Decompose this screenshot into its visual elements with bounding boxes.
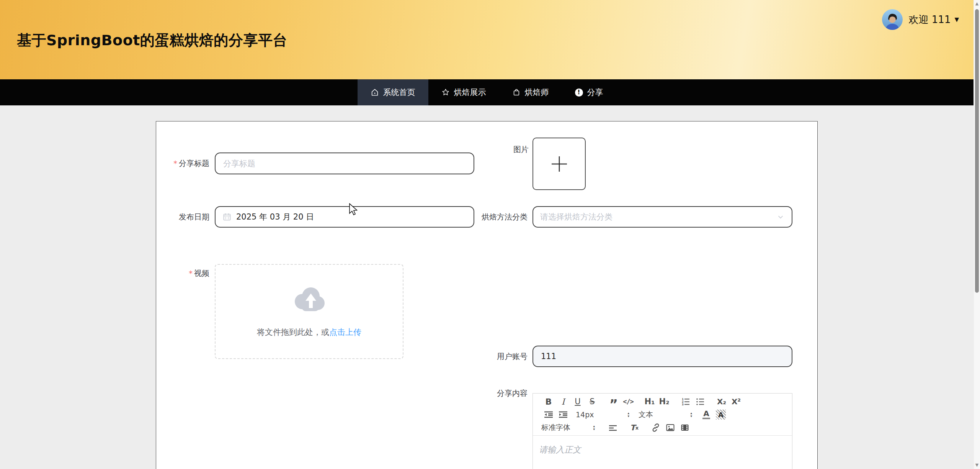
- insert-video-button[interactable]: [678, 422, 692, 433]
- quote-button[interactable]: ”: [606, 396, 621, 407]
- indent-icon: [558, 410, 568, 419]
- share-form-card: *分享标题 图片 发布日期 2025 年 03 月 20 日 烘焙方法分类: [156, 121, 818, 469]
- unordered-list-icon: [696, 397, 705, 406]
- click-upload-link[interactable]: 点击上传: [329, 328, 361, 337]
- nav-item-label: 烘焙展示: [454, 87, 486, 98]
- image-icon: [666, 423, 675, 432]
- header: 基于SpringBoot的蛋糕烘焙的分享平台 欢迎 111 ▼: [0, 0, 973, 79]
- bag-icon: [512, 88, 521, 97]
- italic-button[interactable]: I: [556, 396, 570, 407]
- caret-down-icon[interactable]: ▼: [954, 16, 959, 23]
- image-upload-button[interactable]: [532, 138, 586, 190]
- required-mark: *: [189, 269, 193, 278]
- highlight-button[interactable]: A: [714, 409, 728, 420]
- ordered-list-icon: 1 2 3: [681, 397, 690, 406]
- clear-format-button[interactable]: Tx: [627, 422, 642, 433]
- vertical-scrollbar[interactable]: ▲ ▼: [973, 0, 980, 469]
- nav-item-share[interactable]: ! 分享: [562, 79, 616, 105]
- user-account-input[interactable]: [532, 346, 792, 367]
- bake-method-select[interactable]: 请选择烘焙方法分类: [532, 206, 792, 228]
- link-icon: [651, 423, 660, 432]
- nav-item-label: 烘焙师: [525, 87, 549, 98]
- highlight-icon: A: [716, 410, 726, 420]
- share-title-label: *分享标题: [156, 153, 209, 174]
- ordered-list-button[interactable]: 1 2 3: [678, 396, 693, 407]
- scroll-up-arrow-icon[interactable]: ▲: [974, 1, 980, 7]
- welcome-text: 欢迎 111: [909, 13, 951, 26]
- publish-date-value: 2025 年 03 月 20 日: [236, 212, 314, 222]
- heading1-button[interactable]: H₁: [642, 396, 657, 407]
- underline-button[interactable]: U: [570, 396, 585, 407]
- video-label: *视频: [156, 268, 209, 279]
- home-icon: [371, 88, 379, 97]
- font-family-select[interactable]: 标准字体 ▴▾: [541, 422, 595, 433]
- link-button[interactable]: [648, 422, 663, 433]
- avatar[interactable]: [882, 9, 903, 30]
- bold-button[interactable]: B: [541, 396, 556, 407]
- insert-image-button[interactable]: [663, 422, 678, 433]
- subscript-button[interactable]: X₂: [714, 396, 729, 407]
- bake-method-placeholder: 请选择烘焙方法分类: [540, 212, 772, 222]
- nav-item-home[interactable]: 系统首页: [358, 79, 428, 105]
- nav-bar: 系统首页 烘焙展示 烘焙师 ! 分享: [0, 79, 973, 105]
- share-title-input[interactable]: [215, 153, 474, 174]
- spinner-icon: ▴▾: [690, 412, 692, 418]
- publish-date-input[interactable]: 2025 年 03 月 20 日: [215, 206, 474, 228]
- superscript-button[interactable]: X²: [729, 396, 743, 407]
- editor-toolbar: B I U S ” </> H₁ H₂ 1 2 3: [533, 394, 792, 436]
- outdent-button[interactable]: [541, 409, 556, 420]
- code-button[interactable]: </>: [621, 396, 635, 407]
- spinner-icon: ▴▾: [627, 412, 629, 418]
- video-dropzone[interactable]: 将文件拖到此处，或点击上传: [215, 264, 403, 359]
- page: 基于SpringBoot的蛋糕烘焙的分享平台 欢迎 111 ▼: [0, 0, 980, 469]
- heading2-button[interactable]: H₂: [657, 396, 671, 407]
- avatar-image: [882, 9, 903, 30]
- indent-button[interactable]: [556, 409, 570, 420]
- scrollbar-thumb[interactable]: [975, 9, 979, 293]
- upload-cloud-icon: [292, 286, 327, 312]
- nav-item-label: 系统首页: [383, 87, 415, 98]
- editor-placeholder: 请输入正文: [539, 444, 786, 456]
- nav-item-baker[interactable]: 烘焙师: [499, 79, 562, 105]
- text-type-select[interactable]: 文本 ▴▾: [639, 409, 692, 420]
- editor-content-area[interactable]: 请输入正文: [533, 436, 792, 464]
- user-account-label: 用户账号: [482, 346, 528, 367]
- spinner-icon: ▴▾: [593, 425, 595, 431]
- share-content-label: 分享内容: [482, 389, 528, 398]
- info-icon: !: [575, 89, 583, 97]
- publish-date-label: 发布日期: [156, 206, 209, 228]
- font-size-select[interactable]: 14px ▴▾: [576, 409, 629, 420]
- calendar-icon: [222, 212, 232, 221]
- rich-text-editor: B I U S ” </> H₁ H₂ 1 2 3: [532, 393, 792, 469]
- color-bar: [702, 418, 710, 419]
- font-color-button[interactable]: A: [699, 409, 714, 420]
- video-icon: [680, 423, 689, 432]
- nav-item-bake-show[interactable]: 烘焙展示: [428, 79, 499, 105]
- unordered-list-button[interactable]: [693, 396, 707, 407]
- svg-text:3: 3: [682, 403, 684, 406]
- required-mark: *: [173, 159, 177, 168]
- bake-method-label: 烘焙方法分类: [482, 206, 528, 228]
- plus-icon: [550, 155, 568, 173]
- align-icon: [608, 423, 617, 432]
- align-button[interactable]: [606, 422, 620, 433]
- nav-item-label: 分享: [587, 87, 603, 98]
- dropzone-text: 将文件拖到此处，或: [257, 328, 329, 337]
- scroll-down-arrow-icon[interactable]: ▼: [974, 462, 980, 468]
- strikethrough-button[interactable]: S: [585, 396, 599, 407]
- page-title: 基于SpringBoot的蛋糕烘焙的分享平台: [17, 31, 287, 50]
- chevron-down-icon: [776, 213, 785, 221]
- user-menu[interactable]: 欢迎 111 ▼: [882, 9, 959, 30]
- star-icon: [441, 88, 450, 97]
- image-label: 图片: [483, 145, 529, 154]
- outdent-icon: [544, 410, 554, 419]
